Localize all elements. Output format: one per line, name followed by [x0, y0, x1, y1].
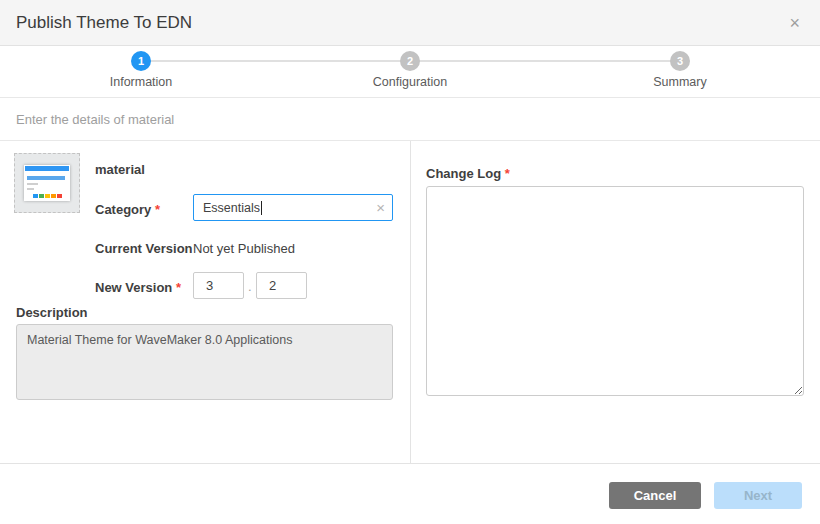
subheader: Enter the details of material	[0, 98, 820, 141]
step-configuration: 2 Configuration	[340, 51, 480, 89]
current-version-label: Current Version	[95, 241, 193, 256]
dialog-body: material Category * Essentials × Current…	[0, 141, 820, 463]
change-log-textarea[interactable]	[426, 186, 804, 396]
category-label: Category *	[95, 202, 160, 217]
new-version-label: New Version *	[95, 280, 181, 295]
description-label: Description	[16, 305, 88, 320]
required-asterisk: *	[155, 202, 160, 217]
change-log-label: Change Log *	[426, 166, 510, 181]
wizard-stepper: 1 Information 2 Configuration 3 Summary	[0, 46, 820, 98]
close-icon[interactable]: ×	[785, 12, 804, 34]
subheader-text: Enter the details of material	[16, 112, 174, 127]
version-minor-input[interactable]	[256, 272, 307, 299]
dialog-footer: Cancel Next	[0, 463, 820, 524]
theme-name-label: material	[95, 162, 145, 177]
theme-thumbnail	[14, 153, 80, 213]
version-major-input[interactable]	[193, 272, 244, 299]
version-separator: .	[248, 279, 252, 294]
change-log-panel: Change Log *	[411, 141, 820, 463]
step-2-label: Configuration	[340, 75, 480, 89]
step-2-badge: 2	[400, 51, 420, 71]
required-asterisk: *	[176, 280, 181, 295]
step-information: 1 Information	[71, 51, 211, 89]
next-button[interactable]: Next	[714, 482, 802, 509]
theme-preview-image	[24, 165, 70, 201]
required-asterisk: *	[505, 166, 510, 181]
dialog-title: Publish Theme To EDN	[16, 13, 192, 33]
current-version-value: Not yet Published	[193, 241, 295, 256]
cancel-button[interactable]: Cancel	[609, 482, 701, 509]
publish-theme-dialog: Publish Theme To EDN × 1 Information 2 C…	[0, 0, 820, 524]
clear-input-icon[interactable]: ×	[376, 200, 385, 215]
step-1-badge: 1	[131, 51, 151, 71]
step-1-label: Information	[71, 75, 211, 89]
theme-color-swatches	[33, 194, 62, 198]
category-input[interactable]: Essentials ×	[193, 194, 393, 221]
dialog-header: Publish Theme To EDN ×	[0, 0, 820, 46]
step-3-label: Summary	[610, 75, 750, 89]
step-summary: 3 Summary	[610, 51, 750, 89]
information-form-panel: material Category * Essentials × Current…	[0, 141, 411, 463]
description-textarea[interactable]: Material Theme for WaveMaker 8.0 Applica…	[16, 324, 393, 400]
text-cursor	[261, 201, 262, 215]
category-input-value: Essentials	[203, 201, 260, 215]
step-3-badge: 3	[670, 51, 690, 71]
